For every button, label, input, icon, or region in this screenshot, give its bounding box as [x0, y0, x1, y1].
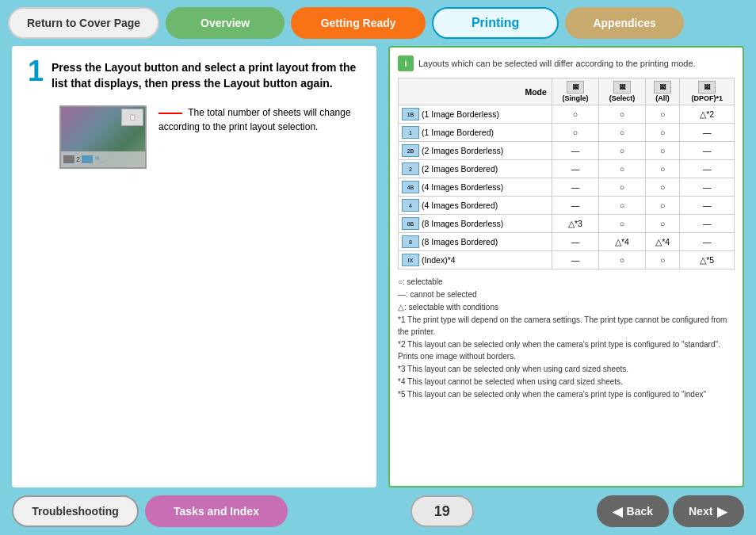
single-value: △*3 [552, 215, 598, 233]
single-value: — [552, 160, 598, 178]
dpof-value: — [680, 178, 735, 197]
bottom-right-buttons: ◀ Back Next ▶ [597, 495, 744, 527]
table-row: 8 (8 Images Bordered) — △*4 △*4 — [399, 233, 735, 251]
legend-triangle: △: selectable with conditions [398, 301, 735, 313]
footnote-5: *5 This layout can be selected only when… [398, 388, 735, 400]
select-value: ○ [599, 251, 646, 269]
layout-icon: 2B [402, 144, 419, 157]
screenshot-overlay: 📋 [121, 109, 143, 126]
bottom-navigation: Troubleshooting Tasks and Index 19 ◀ Bac… [0, 487, 756, 535]
page-number: 19 [410, 495, 474, 527]
mini-icon-1 [63, 155, 74, 163]
footnote-lines: *1 The print type will depend on the cam… [398, 314, 735, 400]
single-icon: 🖼 [567, 81, 584, 94]
col-header-select: 🖼 (Select) [599, 78, 646, 105]
dpof-value: — [680, 160, 735, 178]
getting-ready-button[interactable]: Getting Ready [291, 7, 426, 39]
dpof-value: — [680, 233, 735, 251]
single-value: — [552, 142, 598, 160]
layout-label: (4 Images Bordered) [422, 201, 498, 210]
main-content: 1 Press the Layout button and select a p… [0, 46, 756, 487]
step-text: Press the Layout button and select a pri… [52, 60, 361, 91]
overview-button[interactable]: Overview [166, 7, 284, 39]
bottom-left-buttons: Troubleshooting Tasks and Index [12, 495, 288, 527]
select-value: ○ [599, 160, 646, 178]
layout-name-cell: 2 (2 Images Bordered) [399, 160, 552, 178]
screenshot-image: 📋 2 🔧 [59, 105, 147, 169]
layout-label: (1 Image Bordered) [422, 128, 494, 137]
layout-name-cell: 8 (8 Images Bordered) [399, 233, 552, 251]
select-value: ○ [599, 124, 646, 142]
info-bar: i Layouts which can be selected will dif… [398, 55, 735, 71]
tasks-and-index-button[interactable]: Tasks and Index [145, 495, 288, 527]
return-to-cover-button[interactable]: Return to Cover Page [8, 7, 159, 39]
layout-icon: 8 [402, 235, 419, 248]
next-button[interactable]: Next ▶ [673, 495, 744, 527]
left-panel: 1 Press the Layout button and select a p… [12, 46, 376, 487]
layout-icon: 4B [402, 181, 419, 193]
caption-text: The total number of sheets will change a… [158, 105, 361, 134]
table-row: 2B (2 Images Borderless) — ○ ○ — [399, 142, 735, 160]
step-header: 1 Press the Layout button and select a p… [28, 60, 361, 91]
image-area: 📋 2 🔧 The total number of sheets will ch… [59, 105, 361, 169]
troubleshooting-button[interactable]: Troubleshooting [12, 495, 139, 527]
right-panel: i Layouts which can be selected will dif… [388, 46, 744, 487]
layout-name-cell: IX (Index)*4 [399, 251, 552, 269]
step-number: 1 [28, 57, 44, 86]
layout-name-cell: 1 (1 Image Bordered) [399, 124, 552, 142]
printing-button[interactable]: Printing [432, 7, 559, 39]
layout-icon: 1 [402, 126, 419, 139]
layout-name-cell: 8B (8 Images Borderless) [399, 215, 552, 233]
mode-header: Mode [399, 78, 552, 105]
single-value: ○ [552, 124, 598, 142]
select-value: ○ [599, 178, 646, 197]
layout-icon: 1B [402, 108, 419, 120]
layout-label: (4 Images Borderless) [422, 182, 503, 192]
col-header-dpof: 🖼 (DPOF)*1 [680, 78, 735, 105]
single-value: — [552, 233, 598, 251]
appendices-button[interactable]: Appendices [565, 7, 684, 39]
layout-label: (2 Images Borderless) [422, 146, 503, 155]
all-value: ○ [645, 251, 680, 269]
all-value: △*4 [645, 233, 680, 251]
back-button[interactable]: ◀ Back [597, 495, 669, 527]
col-header-all: 🖼 (All) [645, 78, 680, 105]
layout-table: Mode 🖼 (Single) 🖼 (Select) [398, 78, 735, 269]
select-value: ○ [599, 197, 646, 215]
legend-dash: —: cannot be selected [398, 289, 735, 300]
all-value: ○ [645, 215, 680, 233]
mini-icon-2 [82, 155, 93, 163]
select-value: ○ [599, 142, 646, 160]
table-row: 1 (1 Image Bordered) ○ ○ ○ — [399, 124, 735, 142]
back-label: Back [627, 505, 653, 518]
table-row: 2 (2 Images Bordered) — ○ ○ — [399, 160, 735, 178]
dpof-value: — [680, 215, 735, 233]
layout-icon: 4 [402, 199, 419, 212]
dpof-icon: 🖼 [698, 81, 716, 94]
top-navigation: Return to Cover Page Overview Getting Re… [0, 0, 756, 46]
table-row: IX (Index)*4 — ○ ○ △*5 [399, 251, 735, 269]
layout-icon: IX [402, 254, 419, 266]
single-value: ○ [552, 105, 598, 124]
table-row: 4B (4 Images Borderless) — ○ ○ — [399, 178, 735, 197]
layout-label: (1 Image Borderless) [422, 109, 499, 119]
footnotes: ○: selectable —: cannot be selected △: s… [398, 276, 735, 400]
red-line-indicator [158, 113, 182, 114]
dpof-value: — [680, 142, 735, 160]
layout-name-cell: 4B (4 Images Borderless) [399, 178, 552, 197]
dpof-value: △*2 [680, 105, 735, 124]
footnote-4: *4 This layout cannot be selected when u… [398, 376, 735, 388]
select-icon: 🖼 [613, 81, 631, 94]
layout-icon: 8B [402, 217, 419, 230]
layout-label: (8 Images Borderless) [422, 219, 503, 228]
info-icon: i [398, 55, 414, 71]
legend-circle: ○: selectable [398, 276, 735, 288]
layout-name-cell: 4 (4 Images Bordered) [399, 197, 552, 215]
select-value: △*4 [599, 233, 646, 251]
next-arrow-icon: ▶ [717, 504, 727, 519]
layout-label: (Index)*4 [422, 255, 456, 265]
info-text: Layouts which can be selected will diffe… [418, 59, 696, 68]
all-value: ○ [645, 142, 680, 160]
layout-icon: 2 [402, 162, 419, 175]
layout-name-cell: 2B (2 Images Borderless) [399, 142, 552, 160]
